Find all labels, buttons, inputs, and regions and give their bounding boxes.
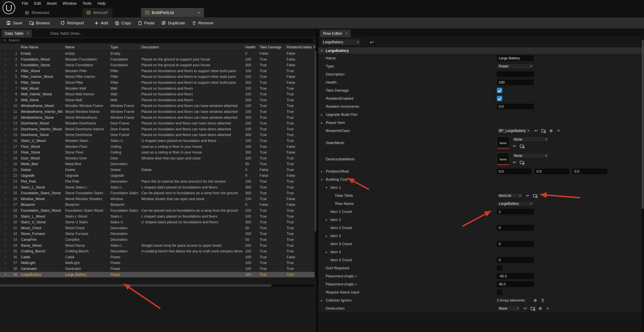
row-grip-icon[interactable]: ≡ xyxy=(0,196,11,202)
table-row[interactable]: ≡8Wall_Interior_WoodWood Wall InteriorWa… xyxy=(0,91,315,97)
column-header-type[interactable]: Type xyxy=(109,44,140,51)
search-input[interactable]: Search xyxy=(1,38,314,43)
close-icon[interactable]: × xyxy=(346,31,348,36)
pluscircle-icon[interactable]: ⊕ xyxy=(548,128,554,133)
item-2-count-field[interactable]: 0 xyxy=(497,225,534,231)
grid-required-checkbox[interactable] xyxy=(497,265,502,271)
table-row[interactable]: ≡15Doorframe_StoneStone DoorframeDoor Fr… xyxy=(0,132,315,138)
item-3-count-field[interactable]: 0 xyxy=(497,241,534,247)
use-icon[interactable]: ↩ xyxy=(534,128,539,133)
table-row[interactable]: ≡34Ramp_WoodWood RampStairs LStraght woo… xyxy=(0,243,315,249)
copy-button[interactable]: Copy xyxy=(112,17,134,28)
row-grip-icon[interactable]: ≡ xyxy=(0,202,11,208)
row-grip-icon[interactable]: ≡ xyxy=(0,161,11,167)
table-row[interactable]: ≡27BlueprintBlueprintBlueprint0FalseFals… xyxy=(0,202,315,208)
column-header-name[interactable]: Name xyxy=(64,44,109,51)
row-grip-icon[interactable]: ≡ xyxy=(0,214,11,219)
row-grip-icon[interactable]: ≡ xyxy=(0,225,11,231)
row-grip-icon[interactable]: ≡ xyxy=(0,132,11,138)
staticmesh-thumbnail[interactable]: None xyxy=(497,137,509,149)
expander-icon[interactable]: ▸ xyxy=(326,218,330,222)
save-button[interactable]: Save xyxy=(3,17,26,28)
table-row[interactable]: ≡9Wall_StoneStone WallWallPlaced on foun… xyxy=(0,97,315,103)
reset-to-default-icon[interactable]: ↩ xyxy=(370,39,374,45)
paste-button[interactable]: Paste xyxy=(134,17,158,28)
table-row[interactable]: ≡24Stairs_L_StoneStone Stairs LStairs LL… xyxy=(0,184,315,190)
row-grip-icon[interactable]: ≡ xyxy=(0,144,11,150)
column-header-description[interactable]: Description xyxy=(140,44,244,51)
name-field[interactable]: Large Battery xyxy=(497,55,534,61)
menu-file[interactable]: File xyxy=(19,0,31,7)
row-grip-icon[interactable]: ≡ xyxy=(0,184,11,190)
description-field[interactable] xyxy=(497,72,534,77)
use-icon[interactable]: ↩ xyxy=(512,144,517,149)
blueprintclass-dropdown[interactable]: BP_LargeBattery▾ xyxy=(497,128,531,134)
scrollbar-thumb[interactable] xyxy=(642,40,644,209)
table-row[interactable]: ≡39LargeBatteryLarge BatteryPower100True… xyxy=(0,272,315,278)
row-grip-icon[interactable]: ≡ xyxy=(0,103,11,109)
row-grip-icon[interactable]: ≡ xyxy=(0,254,11,260)
item-1-count-field[interactable]: 1 xyxy=(497,209,534,214)
table-row[interactable]: ≡37WallLightWallLightPower100TrueTrue xyxy=(0,260,315,266)
table-row[interactable]: ≡38GeneratorGeneratorPower100TrueTrue xyxy=(0,266,315,272)
positionoffset-axis-0-field[interactable]: 0.0 xyxy=(497,169,532,174)
tab-row-editor[interactable]: Row Editor × xyxy=(320,30,351,37)
browse-icon[interactable] xyxy=(541,128,546,133)
use-icon[interactable]: ↩ xyxy=(523,306,528,311)
row-grip-icon[interactable]: ≡ xyxy=(0,150,11,155)
destruction-dropdown[interactable]: None▾ xyxy=(497,306,520,311)
add-button[interactable]: Add xyxy=(91,17,112,28)
expander-icon[interactable]: ▸ xyxy=(326,250,330,254)
row-grip-icon[interactable]: ≡ xyxy=(0,208,11,213)
table-row[interactable]: ≡18Floor_StoneStone FloorCeilingused as … xyxy=(0,150,315,156)
trash-icon[interactable] xyxy=(540,298,546,303)
row-grip-icon[interactable]: ≡ xyxy=(0,237,11,243)
row-grip-icon[interactable]: ≡ xyxy=(0,173,11,178)
pluscircle-icon[interactable]: ⊕ xyxy=(538,306,543,311)
positionoffset-axis-1-field[interactable]: 0.0 xyxy=(534,169,570,174)
row-grip-icon[interactable]: ≡ xyxy=(0,266,11,272)
menu-help[interactable]: Help xyxy=(95,0,109,7)
browse-icon[interactable] xyxy=(530,306,535,311)
expander-icon[interactable]: ▾ xyxy=(326,186,330,189)
use-icon[interactable]: ↩ xyxy=(525,193,530,198)
take-damage-checkbox[interactable] xyxy=(497,88,502,93)
table-row[interactable]: ≡26Window_WoodWood Window ShuttersWindow… xyxy=(0,196,315,202)
menu-asset[interactable]: Asset xyxy=(44,0,60,7)
table-row[interactable]: ≡20Metal_BedMetal BedDecoration50TrueTru… xyxy=(0,161,315,167)
row-grip-icon[interactable]: ≡ xyxy=(0,80,11,86)
close-icon[interactable]: × xyxy=(198,10,200,15)
data-table-dropdown[interactable]: ItemList▾ xyxy=(497,193,523,198)
table-row[interactable]: ≡17Floor_WoodWooden FloorCeilingused as … xyxy=(0,144,315,150)
column-header-row-name[interactable]: Row Name xyxy=(19,44,64,51)
row-grip-icon[interactable]: ≡ xyxy=(0,219,11,225)
table-row[interactable]: ≡14Doorframe_Interior_WoodWood Doorframe… xyxy=(0,126,315,132)
type-dropdown[interactable]: Power▾ xyxy=(497,63,534,69)
table-horizontal-scrollbar[interactable] xyxy=(0,284,314,287)
expander-icon[interactable]: ▸ xyxy=(321,121,326,125)
menu-window[interactable]: Window xyxy=(60,0,80,7)
rotationenabled-checkbox[interactable] xyxy=(497,96,502,101)
row-grip-icon[interactable]: ≡ xyxy=(0,248,11,254)
placement-angle-field[interactable]: -45.0 xyxy=(497,273,534,279)
menu-tools[interactable]: Tools xyxy=(80,0,95,7)
row-grip-icon[interactable]: ≡ xyxy=(0,74,11,80)
row-grip-icon[interactable]: ≡ xyxy=(0,86,11,91)
panel-splitter[interactable] xyxy=(316,29,318,332)
browse-icon[interactable] xyxy=(520,160,524,165)
table-row[interactable]: ≡35Crafting_BenchCrafting BenchDecoratio… xyxy=(0,248,315,254)
clear-icon[interactable]: × xyxy=(556,128,561,133)
table-row[interactable]: ≡11Windowframe_Interior_WoWood Window In… xyxy=(0,109,315,115)
table-row[interactable]: ≡4Piller_WoodWooden PillerPillerPlaced o… xyxy=(0,68,315,74)
row-grip-icon[interactable]: ≡ xyxy=(0,156,11,161)
table-row[interactable]: ≡19Door_WoodWooden DoorDoorWindow door t… xyxy=(0,156,315,161)
row-editor-scrollbar[interactable] xyxy=(642,38,644,332)
table-row[interactable]: ≡29Stairs_L_WoodStairs L WoodStairs LL s… xyxy=(0,214,315,220)
row-grip-icon[interactable]: ≡ xyxy=(0,115,11,121)
expander-icon[interactable]: ▸ xyxy=(321,113,326,117)
scrollbar-thumb[interactable] xyxy=(0,284,272,287)
row-grip-icon[interactable]: ≡ xyxy=(0,91,11,97)
table-row[interactable]: ≡5Piller_Interior_WoodWood Piller Interi… xyxy=(0,74,315,80)
row-grip-icon[interactable]: ≡ xyxy=(0,97,11,103)
row-select-dropdown[interactable]: LargeBattery ▾ xyxy=(321,39,361,45)
